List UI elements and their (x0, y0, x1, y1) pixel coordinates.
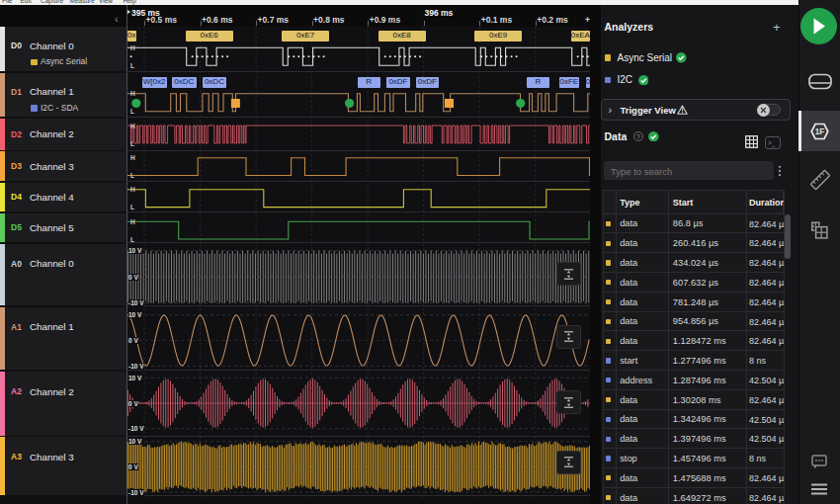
svg-text:1F: 1F (814, 127, 824, 136)
